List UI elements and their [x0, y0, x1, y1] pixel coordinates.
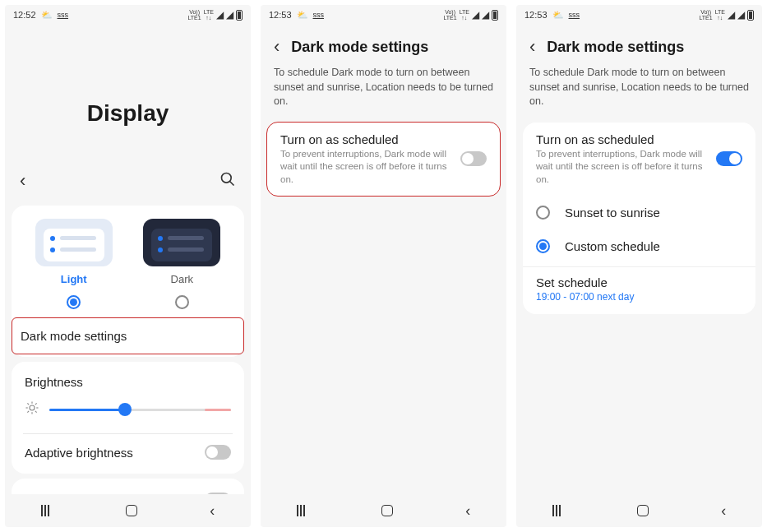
navigation-bar: ‹: [5, 494, 251, 527]
lte-indicator: LTE↑↓: [460, 9, 469, 21]
turn-on-scheduled-sub: To prevent interruptions, Dark mode will…: [536, 148, 706, 187]
custom-schedule-option[interactable]: Custom schedule: [523, 229, 755, 263]
sss-indicator: sss: [313, 11, 325, 19]
navigation-bar: ‹: [516, 494, 762, 527]
nav-home-icon[interactable]: [637, 505, 649, 516]
schedule-description: To schedule Dark mode to turn on between…: [516, 66, 762, 119]
brightness-card: Brightness Adaptive brightness: [12, 362, 244, 474]
nav-recent-icon[interactable]: [41, 505, 54, 516]
screen-dark-mode-on: 12:53 ⛅ sss Vo))LTE1 LTE↑↓ ◢ ◢ ‹ Dark mo…: [516, 5, 762, 527]
page-title: Dark mode settings: [547, 39, 684, 56]
svg-line-9: [27, 411, 29, 413]
set-schedule-value: 19:00 - 07:00 next day: [536, 291, 742, 303]
sss-indicator: sss: [569, 11, 580, 19]
page-title: Dark mode settings: [291, 39, 428, 56]
theme-card: Light Dark Dark mode settings: [12, 206, 244, 357]
sunset-sunrise-option[interactable]: Sunset to sunrise: [523, 196, 755, 229]
schedule-description: To schedule Dark mode to turn on between…: [261, 66, 506, 119]
custom-radio[interactable]: [536, 239, 550, 253]
status-bar: 12:53 ⛅ sss Vo))LTE1 LTE↑↓ ◢ ◢: [261, 5, 506, 25]
nav-back-icon[interactable]: ‹: [721, 502, 726, 520]
battery-icon: [747, 10, 754, 21]
turn-on-scheduled-label: Turn on as scheduled: [280, 132, 450, 146]
svg-line-1: [230, 182, 234, 186]
signal-icon: ◢: [728, 9, 735, 21]
dark-mode-settings-label: Dark mode settings: [21, 329, 127, 343]
nav-back-icon[interactable]: ‹: [210, 502, 215, 520]
sunset-label: Sunset to sunrise: [565, 206, 660, 220]
status-time: 12:53: [524, 10, 548, 20]
toolbar: ‹: [5, 161, 251, 201]
eye-comfort-toggle[interactable]: [205, 493, 231, 494]
header: ‹ Dark mode settings: [261, 25, 506, 66]
nav-home-icon[interactable]: [126, 505, 137, 516]
cloud-icon: ⛅: [297, 10, 308, 21]
theme-label-dark: Dark: [171, 273, 193, 285]
svg-line-7: [27, 403, 29, 405]
turn-on-scheduled-sub: To prevent interruptions, Dark mode will…: [280, 148, 450, 187]
turn-on-scheduled-toggle[interactable]: [460, 151, 487, 166]
signal-icon: ◢: [216, 9, 224, 21]
navigation-bar: ‹: [261, 494, 506, 527]
svg-line-10: [35, 403, 37, 405]
screen-dark-mode-off: 12:53 ⛅ sss Vo))LTE1 LTE↑↓ ◢ ◢ ‹ Dark mo…: [261, 5, 506, 527]
back-icon[interactable]: ‹: [529, 36, 535, 58]
turn-on-scheduled-item[interactable]: Turn on as scheduled To prevent interrup…: [523, 123, 755, 197]
back-icon[interactable]: ‹: [20, 170, 25, 192]
dark-thumbnail-icon: [143, 219, 220, 266]
signal-icon: ◢: [472, 9, 479, 21]
signal-icon: ◢: [737, 9, 745, 21]
cloud-icon: ⛅: [41, 10, 53, 21]
adaptive-brightness-toggle[interactable]: [205, 445, 231, 460]
custom-label: Custom schedule: [565, 239, 660, 253]
svg-point-0: [222, 173, 232, 183]
brightness-label: Brightness: [25, 375, 231, 389]
lte-indicator: LTE↑↓: [204, 9, 214, 21]
battery-icon: [236, 10, 243, 21]
status-bar: 12:52 ⛅ sss Vo))LTE1 LTE↑↓ ◢ ◢: [5, 5, 251, 25]
svg-line-8: [35, 411, 37, 413]
theme-option-light[interactable]: Light: [20, 219, 128, 317]
svg-point-2: [30, 405, 35, 410]
adaptive-brightness-item[interactable]: Adaptive brightness: [12, 434, 244, 470]
nav-recent-icon[interactable]: [552, 505, 566, 516]
dark-mode-settings-item[interactable]: Dark mode settings: [12, 317, 244, 354]
theme-radio-light[interactable]: [67, 295, 81, 309]
theme-radio-dark[interactable]: [175, 295, 189, 309]
adaptive-brightness-label: Adaptive brightness: [25, 446, 133, 460]
sunset-radio[interactable]: [536, 206, 550, 220]
nav-home-icon[interactable]: [381, 505, 393, 516]
light-thumbnail-icon: [35, 219, 113, 266]
search-icon[interactable]: [219, 171, 236, 191]
volte-indicator: Vo))LTE1: [187, 9, 201, 21]
set-schedule-item[interactable]: Set schedule 19:00 - 07:00 next day: [523, 266, 755, 314]
status-bar: 12:53 ⛅ sss Vo))LTE1 LTE↑↓ ◢ ◢: [516, 5, 762, 25]
theme-label-light: Light: [61, 273, 87, 285]
nav-back-icon[interactable]: ‹: [465, 502, 470, 520]
status-time: 12:52: [13, 10, 36, 20]
lte-indicator: LTE↑↓: [715, 9, 725, 21]
cloud-icon: ⛅: [552, 10, 564, 21]
turn-on-scheduled-toggle[interactable]: [716, 151, 742, 166]
screen-display: 12:52 ⛅ sss Vo))LTE1 LTE↑↓ ◢ ◢ Display ‹: [5, 5, 251, 527]
turn-on-scheduled-label: Turn on as scheduled: [536, 132, 706, 146]
back-icon[interactable]: ‹: [274, 36, 280, 58]
eye-comfort-item[interactable]: Eye comfort shield: [12, 482, 244, 494]
sun-icon: [25, 400, 39, 419]
volte-indicator: Vo))LTE1: [443, 9, 456, 21]
signal-icon: ◢: [482, 9, 489, 21]
nav-recent-icon[interactable]: [297, 505, 310, 516]
signal-icon: ◢: [226, 9, 233, 21]
page-title: Display: [5, 25, 251, 127]
theme-option-dark[interactable]: Dark: [128, 219, 237, 317]
header: ‹ Dark mode settings: [516, 25, 762, 66]
volte-indicator: Vo))LTE1: [699, 9, 712, 21]
sss-indicator: sss: [58, 11, 69, 19]
brightness-slider[interactable]: [49, 405, 231, 414]
battery-icon: [492, 10, 498, 21]
turn-on-scheduled-item[interactable]: Turn on as scheduled To prevent interrup…: [266, 122, 501, 197]
status-time: 12:53: [269, 10, 292, 20]
eye-comfort-card: Eye comfort shield: [12, 479, 244, 494]
set-schedule-label: Set schedule: [536, 275, 742, 289]
